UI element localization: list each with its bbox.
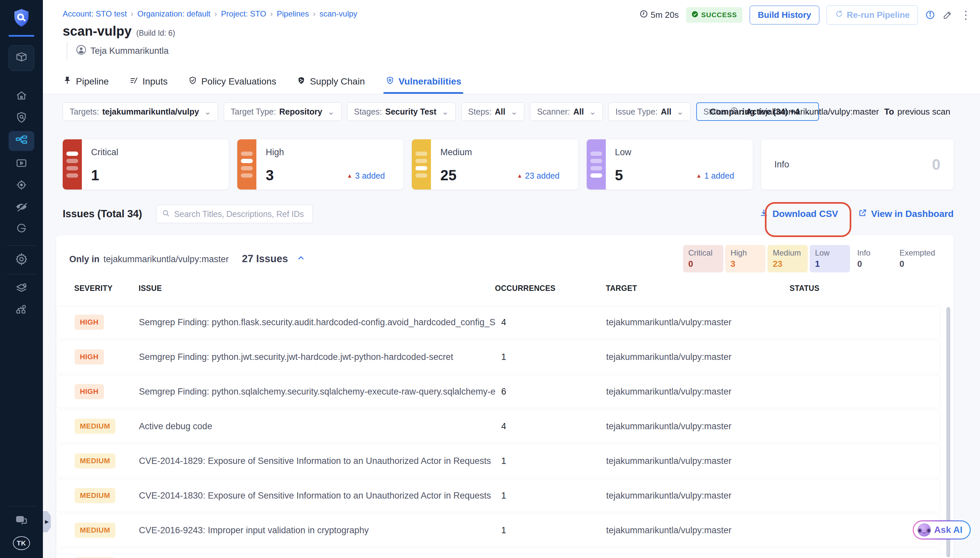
build-history-button[interactable]: Build History [750, 6, 820, 25]
ai-bot-icon: ◉‿◉ [918, 524, 931, 537]
tab-supply-chain[interactable]: Supply Chain [297, 69, 365, 94]
rerun-pipeline-button[interactable]: Re-run Pipeline [826, 5, 918, 25]
chevron-right-icon: › [214, 9, 217, 18]
issue-title: CVE-2016-9243: Improper input validation… [139, 525, 495, 535]
severity-badge: HIGH [75, 384, 104, 399]
table-row[interactable]: MEDIUM CVE-2014-1830: Exposure of Sensit… [56, 479, 941, 512]
sidebar-item-executions[interactable] [8, 154, 34, 173]
sidebar-item-project-setup[interactable] [8, 279, 34, 298]
chip-high: High3 [725, 245, 766, 272]
tab-inputs[interactable]: Inputs [129, 69, 168, 94]
breadcrumb-account[interactable]: Account: STO test [63, 9, 127, 18]
hierarchy-gear-icon [15, 302, 28, 317]
status-badge: SUCCESS [686, 7, 743, 23]
collapse-group-button[interactable] [297, 254, 305, 264]
sidebar-item-exemptions[interactable] [8, 198, 34, 217]
user-avatar[interactable]: TK [13, 536, 30, 550]
breadcrumb-pipelines[interactable]: Pipelines [277, 9, 309, 18]
crosshair-icon [15, 178, 28, 193]
occurrences: 4 [495, 421, 606, 432]
sidebar-item-home[interactable] [8, 87, 34, 106]
chevron-right-icon: › [131, 9, 133, 18]
target: tejakummarikuntla/vulpy:master [606, 491, 790, 501]
author-name: Teja Kummarikuntla [90, 46, 169, 56]
sidebar-item-pipelines[interactable] [8, 131, 34, 151]
shield-chain-icon [297, 76, 306, 87]
card-medium[interactable]: Medium 25 ▲23 added [412, 140, 578, 190]
severity-badge: MEDIUM [75, 523, 116, 538]
table-row[interactable]: HIGH Semgrep Finding: python.jwt.securit… [56, 340, 941, 373]
chip-low: Low1 [810, 245, 850, 272]
severity-badge: MEDIUM [75, 453, 116, 469]
filter-stages[interactable]: Stages:Security Test⌄ [347, 102, 456, 121]
sidebar-item-settings[interactable] [8, 250, 34, 269]
home-icon [15, 89, 28, 104]
divider [7, 506, 36, 507]
filter-target-type[interactable]: Target Type:Repository⌄ [224, 102, 342, 121]
card-high[interactable]: High 3 ▲3 added [237, 140, 403, 190]
table-row[interactable]: MEDIUM Active debug code 4 tejakummariku… [56, 410, 941, 443]
edit-pencil-icon[interactable] [942, 10, 953, 20]
sidebar-item-test-targets[interactable] [8, 176, 34, 195]
card-critical[interactable]: Critical 1 [63, 140, 229, 190]
chevron-down-icon: ⌄ [677, 107, 684, 117]
sidebar-item-overview[interactable] [8, 108, 34, 128]
added-count: ▲1 added [696, 171, 734, 181]
issue-group-header: Only in tejakummarikuntla/vulpy:master 2… [69, 245, 941, 272]
card-low[interactable]: Low 5 ▲1 added [587, 140, 753, 190]
harness-sto-logo-icon[interactable] [11, 7, 32, 30]
filter-steps[interactable]: Steps:All⌄ [461, 102, 525, 121]
divider [7, 245, 36, 246]
help-button[interactable]: ? [8, 511, 34, 530]
filter-scanner[interactable]: Scanner:All⌄ [530, 102, 603, 121]
breadcrumb-organization[interactable]: Organization: default [137, 9, 210, 18]
target: tejakummarikuntla/vulpy:master [606, 317, 790, 328]
severity-badge: MEDIUM [75, 419, 116, 434]
tab-pipeline[interactable]: Pipeline [63, 69, 109, 94]
card-info[interactable]: Info 0 [761, 140, 954, 190]
search-input[interactable] [174, 209, 307, 219]
layers-gear-icon [15, 281, 28, 296]
target: tejakummarikuntla/vulpy:master [606, 387, 790, 397]
tab-vulnerabilities[interactable]: Vulnerabilities [385, 69, 461, 94]
breadcrumb-project[interactable]: Project: STO [221, 9, 266, 18]
person-icon [76, 44, 87, 57]
severity-cards: Critical 1 High 3 ▲3 added Medium 25 ▲23… [63, 140, 954, 190]
ask-ai-button[interactable]: ◉‿◉ Ask AI [913, 520, 971, 540]
chip-critical: Critical0 [683, 245, 723, 272]
table-scrollbar[interactable] [946, 307, 950, 557]
page-header: Account: STO test› Organization: default… [43, 0, 980, 94]
chevron-down-icon: ⌄ [589, 107, 596, 117]
info-icon[interactable] [925, 10, 935, 20]
sidebar-item-org-setup[interactable] [8, 300, 34, 319]
module-selector-button[interactable] [8, 45, 34, 71]
download-csv-button[interactable]: Download CSV [759, 208, 838, 220]
severity-bar-icon [237, 140, 256, 190]
table-body: HIGH Semgrep Finding: python.flask.secur… [56, 306, 941, 558]
table-row[interactable]: MEDIUM CVE-2014-1829: Exposure of Sensit… [56, 445, 941, 478]
table-row[interactable]: HIGH Semgrep Finding: python.sqlalchemy.… [56, 375, 941, 408]
kebab-menu-icon[interactable]: ⋮ [960, 8, 972, 21]
severity-badge: HIGH [75, 350, 104, 364]
sidebar-expand-handle[interactable]: ▶ [43, 511, 51, 532]
filter-targets[interactable]: Targets:tejakummarikuntla/vulpy⌄ [63, 102, 218, 121]
download-icon [759, 208, 769, 220]
header-actions: 5m 20s SUCCESS Build History Re-run Pipe… [640, 5, 972, 25]
svg-text:?: ? [19, 517, 21, 522]
tab-policy-evaluations[interactable]: Policy Evaluations [188, 69, 276, 94]
chevron-down-icon: ⌄ [328, 107, 335, 117]
issues-search[interactable] [156, 205, 313, 223]
shield-search-icon [15, 111, 28, 125]
gear-icon [15, 252, 28, 268]
breadcrumb-current[interactable]: scan-vulpy [319, 9, 357, 18]
occurrences: 1 [495, 456, 606, 466]
filter-issue-type[interactable]: Issue Type:All⌄ [609, 102, 690, 121]
table-row[interactable]: HIGH Semgrep Finding: python.flask.secur… [56, 306, 941, 339]
triangle-up-icon: ▲ [517, 173, 523, 179]
sliders-icon [129, 76, 139, 87]
sidebar-item-getting-started[interactable] [8, 220, 34, 239]
issues-header: Issues (Total 34) Download CSV View in D… [63, 204, 954, 224]
table-row[interactable]: MEDIUM CVE-2017-11424: PyJWT: vulnerable… [56, 548, 941, 558]
table-row[interactable]: MEDIUM CVE-2016-9243: Improper input val… [56, 514, 941, 547]
view-in-dashboard-button[interactable]: View in Dashboard [858, 208, 954, 220]
